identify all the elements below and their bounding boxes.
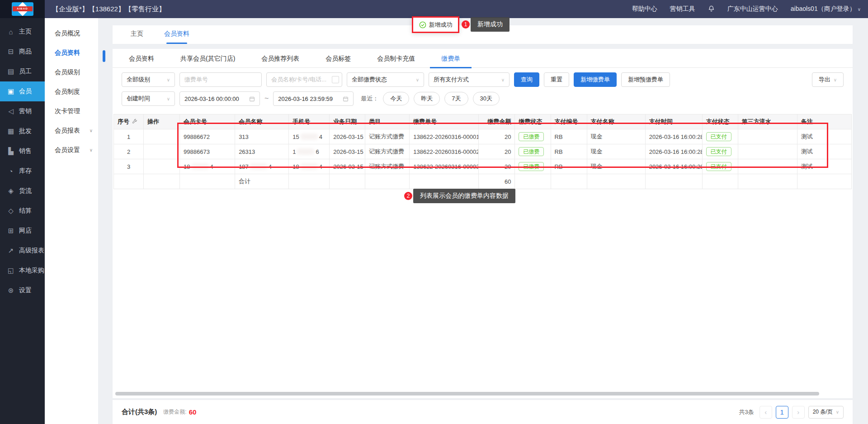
table-cell: 现金 xyxy=(587,129,645,144)
user-menu[interactable]: aibaols01（商户登录）∨ xyxy=(791,5,861,13)
column-header[interactable]: 缴费金额 xyxy=(479,114,515,129)
logistics-icon: ◈ xyxy=(7,187,15,195)
subnav-item-settings[interactable]: 会员设置∨ xyxy=(45,140,98,160)
quick-range-button[interactable]: 昨天 xyxy=(414,92,440,105)
column-header[interactable]: 手机号 xyxy=(289,114,330,129)
sidebar-item-purchase[interactable]: ◱本地采购 xyxy=(0,261,45,281)
table-cell: 记账方式缴费 xyxy=(365,159,410,174)
page-size-select[interactable]: 20 条/页∨ xyxy=(808,406,844,419)
tab-member-profile[interactable]: 会员资料 xyxy=(164,30,189,44)
cell-text: 187 xyxy=(239,163,249,170)
query-button[interactable]: 查询 xyxy=(514,72,539,87)
tab-home[interactable]: 主页 xyxy=(131,30,143,44)
subnav-item-times-card[interactable]: 次卡管理 xyxy=(45,101,98,121)
table-cell xyxy=(738,159,797,174)
subtab-shared-members[interactable]: 共享会员(其它门店) xyxy=(180,49,235,68)
subnav-item-overview[interactable]: 会员概况 xyxy=(45,24,98,43)
page-number-button[interactable]: 1 xyxy=(776,406,788,419)
fee-order-no-input[interactable]: 缴费单号 xyxy=(179,72,262,87)
sidebar-item-wholesale[interactable]: ▦批发 xyxy=(0,121,45,141)
table-sum-row: 合计60 xyxy=(114,174,852,189)
table-row[interactable]: 29988667326313162026-03-15记账方式缴费138622-2… xyxy=(114,144,852,159)
column-header[interactable]: 支付编号 xyxy=(551,114,587,129)
sidebar-item-home[interactable]: ⌂主页 xyxy=(0,22,45,42)
column-header[interactable]: 会员卡号 xyxy=(180,114,235,129)
sidebar-item-store[interactable]: ⊞网店 xyxy=(0,221,45,241)
quick-range-button[interactable]: 30天 xyxy=(473,92,500,105)
export-button[interactable]: 导出∨ xyxy=(812,72,844,87)
fee-status-select[interactable]: 全部缴费状态∨ xyxy=(347,72,424,87)
subnav-item-label: 会员设置 xyxy=(55,146,80,154)
sidebar-item-staff[interactable]: ▤员工 xyxy=(0,62,45,81)
column-header[interactable]: 支付状态 xyxy=(702,114,738,129)
subtab-profile[interactable]: 会员资料 xyxy=(129,49,154,68)
help-center-link[interactable]: 帮助中心 xyxy=(632,5,657,13)
column-header[interactable]: 缴费单号 xyxy=(410,114,479,129)
subtab-card-recharge[interactable]: 会员制卡充值 xyxy=(377,49,415,68)
column-header[interactable]: 业务日期 xyxy=(330,114,365,129)
sidebar-item-settings[interactable]: ⊛设置 xyxy=(0,281,45,300)
table-row[interactable]: 1998866723131542026-03-15记账方式缴费138622-20… xyxy=(114,129,852,144)
chevron-left-icon: ‹ xyxy=(764,408,767,416)
status-badge: 已支付 xyxy=(706,147,731,156)
subnav-item-policy[interactable]: 会员制度 xyxy=(45,82,98,101)
subnav-item-report[interactable]: 会员报表∨ xyxy=(45,121,98,140)
quick-range-button[interactable]: 今天 xyxy=(383,92,409,105)
exact-match-checkbox[interactable] xyxy=(332,76,339,83)
prev-page-button[interactable]: ‹ xyxy=(760,406,772,419)
sidebar-item-reports[interactable]: ↗高级报表 xyxy=(0,241,45,261)
status-badge: 已缴费 xyxy=(519,132,544,141)
column-header[interactable]: 第三方流水 xyxy=(738,114,797,129)
column-header[interactable]: 备注 xyxy=(797,114,851,129)
toast-text: 新增成功 xyxy=(429,21,453,29)
column-settings-wrench-icon[interactable] xyxy=(132,119,137,124)
column-header[interactable]: 支付时间 xyxy=(645,114,702,129)
column-header[interactable]: 缴费状态 xyxy=(515,114,551,129)
subtab-tags[interactable]: 会员标签 xyxy=(326,49,351,68)
column-header[interactable]: 会员名称 xyxy=(235,114,289,129)
column-header[interactable]: 支付名称 xyxy=(587,114,645,129)
level-select[interactable]: 全部级别∨ xyxy=(122,72,175,87)
sidebar-item-member[interactable]: ▣会员 xyxy=(0,81,45,101)
footer-bar: 合计(共3条) 缴费金额: 60 共3条 ‹ 1 › 20 条/页∨ xyxy=(113,400,853,424)
sidebar-item-sales[interactable]: ▙销售 xyxy=(0,141,45,161)
table-cell xyxy=(144,129,180,144)
table-row[interactable]: 318418741842026-03-15记账方式缴费138622-202603… xyxy=(114,159,852,174)
table-cell: 测试 xyxy=(797,144,851,159)
column-header[interactable]: 类目 xyxy=(365,114,410,129)
marketing-tools-link[interactable]: 营销工具 xyxy=(670,5,695,13)
operation-center-link[interactable]: 广东中山运营中心 xyxy=(727,5,778,13)
horizontal-scrollbar-thumb[interactable] xyxy=(115,392,819,395)
next-page-button[interactable]: › xyxy=(792,406,805,419)
column-header[interactable]: 操作 xyxy=(144,114,180,129)
cell-text: 1 xyxy=(292,148,296,155)
time-field-select[interactable]: 创建时间∨ xyxy=(122,91,175,106)
subtab-referral-list[interactable]: 会员推荐列表 xyxy=(261,49,299,68)
table-cell xyxy=(738,129,797,144)
sum-cell xyxy=(797,174,851,189)
add-pre-fee-order-button[interactable]: 新增预缴费单 xyxy=(621,72,670,87)
sidebar-item-goods[interactable]: ⊟商品 xyxy=(0,42,45,62)
date-range-separator: ~ xyxy=(264,95,269,103)
notification-bell-icon[interactable] xyxy=(708,5,715,14)
pay-method-select[interactable]: 所有支付方式∨ xyxy=(429,72,509,87)
sidebar-item-inventory[interactable]: ◔库存 xyxy=(0,161,45,181)
sidebar-item-logistics[interactable]: ◈货流 xyxy=(0,181,45,201)
column-header[interactable]: 序号 xyxy=(114,114,144,129)
app-logo[interactable]: AIBAO xyxy=(0,0,45,18)
date-from-input[interactable]: 2026-03-16 00:00:00 xyxy=(179,91,260,106)
sidebar-item-settlement[interactable]: ◇结算 xyxy=(0,201,45,221)
quick-range-button[interactable]: 7天 xyxy=(444,92,468,105)
sum-cell xyxy=(515,174,551,189)
subnav-item-level[interactable]: 会员级别 xyxy=(45,62,98,82)
reset-button[interactable]: 重置 xyxy=(544,72,569,87)
redacted-blur xyxy=(191,163,209,170)
active-section-indicator xyxy=(103,50,105,62)
sidebar-item-marketing[interactable]: ◁营销 xyxy=(0,101,45,121)
cell-text: 6 xyxy=(316,148,319,155)
subtab-fee-orders[interactable]: 缴费单 xyxy=(441,49,460,68)
member-search-input[interactable]: 会员名称/卡号/电话... xyxy=(266,72,342,87)
subnav-item-profile[interactable]: 会员资料 xyxy=(45,43,98,62)
date-to-input[interactable]: 2026-03-16 23:59:59 xyxy=(273,91,354,106)
add-fee-order-button[interactable]: 新增缴费单 xyxy=(574,72,617,87)
